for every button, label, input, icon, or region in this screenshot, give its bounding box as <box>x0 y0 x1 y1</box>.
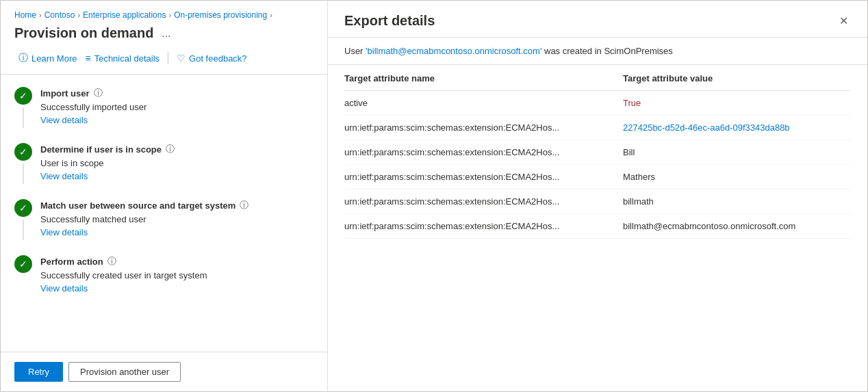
info-circle-icon: ⓘ <box>18 52 28 64</box>
step-scope: ✓ Determine if user is in scope ⓘ User i… <box>14 142 314 184</box>
step-3-icon-col: ✓ <box>14 198 32 240</box>
col2-header: Target attribute value <box>623 65 851 91</box>
technical-details-label: Technical details <box>94 53 159 64</box>
attr-value-0: True <box>623 91 851 116</box>
attr-value-2: Bill <box>623 140 851 165</box>
step-3-info-icon[interactable]: ⓘ <box>240 199 248 211</box>
table-row: urn:ietf:params:scim:schemas:extension:E… <box>344 140 851 165</box>
close-button[interactable]: ✕ <box>837 13 851 29</box>
attr-name-3: urn:ietf:params:scim:schemas:extension:E… <box>344 165 623 190</box>
step-4-info-icon[interactable]: ⓘ <box>107 255 116 267</box>
step-3-view-details[interactable]: View details <box>40 227 88 237</box>
status-user: 'billmath@ecmabmcontoso.onmicrosoft.com' <box>366 46 541 56</box>
left-panel: Home › Contoso › Enterprise applications… <box>1 1 328 391</box>
step-4-desc: Successfully created user in target syst… <box>40 270 314 280</box>
breadcrumb-sep-2: › <box>77 11 80 19</box>
step-match: ✓ Match user between source and target s… <box>14 198 314 240</box>
breadcrumb-contoso[interactable]: Contoso <box>44 10 75 20</box>
step-1-line <box>23 107 24 128</box>
step-2-desc: User is in scope <box>40 158 314 168</box>
step-action: ✓ Perform action ⓘ Successfully created … <box>14 254 314 293</box>
list-icon: ≡ <box>85 53 90 64</box>
table-row: activeTrue <box>344 91 851 116</box>
got-feedback-label: Got feedback? <box>189 53 247 64</box>
attr-value-1: 227425bc-d52d-46ec-aa6d-09f3343da88b <box>623 116 851 140</box>
table-header-row: Target attribute name Target attribute v… <box>344 65 851 91</box>
step-1-desc: Successfully imported user <box>40 102 314 112</box>
breadcrumb-home[interactable]: Home <box>14 10 36 20</box>
step-1-content: Import user ⓘ Successfully imported user… <box>40 86 314 125</box>
attr-name-4: urn:ietf:params:scim:schemas:extension:E… <box>344 190 623 214</box>
toolbar: ⓘ Learn More ≡ Technical details ♡ Got f… <box>1 49 327 75</box>
breadcrumb-sep-1: › <box>39 11 42 19</box>
step-1-view-details[interactable]: View details <box>40 115 88 125</box>
table-row: urn:ietf:params:scim:schemas:extension:E… <box>344 214 851 239</box>
col1-header: Target attribute name <box>344 65 623 91</box>
right-panel: Export details ✕ User 'billmath@ecmabmco… <box>328 1 867 391</box>
right-header: Export details ✕ <box>328 1 867 38</box>
export-status: User 'billmath@ecmabmcontoso.onmicrosoft… <box>328 38 867 65</box>
step-2-check: ✓ <box>14 143 32 161</box>
step-2-title-row: Determine if user is in scope ⓘ <box>40 143 314 155</box>
step-4-title: Perform action <box>40 257 103 267</box>
step-3-title: Match user between source and target sys… <box>40 200 235 211</box>
step-2-info-icon[interactable]: ⓘ <box>166 143 175 155</box>
step-2-icon-col: ✓ <box>14 142 32 184</box>
breadcrumb-sep-3: › <box>168 11 171 19</box>
export-details-title: Export details <box>344 13 435 29</box>
bottom-buttons: Retry Provision another user <box>1 352 327 391</box>
page-title-row: Provision on demand ... <box>1 23 327 49</box>
attr-name-2: urn:ietf:params:scim:schemas:extension:E… <box>344 140 623 165</box>
step-3-desc: Successfully matched user <box>40 214 314 224</box>
learn-more-link[interactable]: ⓘ Learn More <box>14 49 81 67</box>
breadcrumb: Home › Contoso › Enterprise applications… <box>1 1 327 23</box>
table-container: Target attribute name Target attribute v… <box>328 65 867 391</box>
attr-value-4: billmath <box>623 190 851 214</box>
table-row: urn:ietf:params:scim:schemas:extension:E… <box>344 165 851 190</box>
attr-name-1: urn:ietf:params:scim:schemas:extension:E… <box>344 116 623 140</box>
page-title: Provision on demand <box>14 25 153 41</box>
got-feedback-link[interactable]: ♡ Got feedback? <box>173 50 251 66</box>
attr-name-0: active <box>344 91 623 116</box>
attr-table: Target attribute name Target attribute v… <box>344 65 851 239</box>
step-3-line <box>23 220 24 240</box>
step-2-line <box>23 164 24 184</box>
provision-another-button[interactable]: Provision another user <box>68 362 181 382</box>
step-1-icon-col: ✓ <box>14 86 32 128</box>
steps-area: ✓ Import user ⓘ Successfully imported us… <box>1 75 327 352</box>
ellipsis-button[interactable]: ... <box>159 26 173 41</box>
table-row: urn:ietf:params:scim:schemas:extension:E… <box>344 116 851 140</box>
step-1-title-row: Import user ⓘ <box>40 87 314 99</box>
attr-value-3: Mathers <box>623 165 851 190</box>
step-2-title: Determine if user is in scope <box>40 144 162 155</box>
step-2-content: Determine if user is in scope ⓘ User is … <box>40 142 314 181</box>
step-3-title-row: Match user between source and target sys… <box>40 199 314 211</box>
step-1-info-icon[interactable]: ⓘ <box>94 87 103 99</box>
attr-value-5: billmath@ecmabmcontoso.onmicrosoft.com <box>623 214 851 239</box>
step-4-content: Perform action ⓘ Successfully created us… <box>40 254 314 293</box>
step-import-user: ✓ Import user ⓘ Successfully imported us… <box>14 86 314 128</box>
breadcrumb-sep-4: › <box>270 11 272 19</box>
step-4-icon-col: ✓ <box>14 254 32 273</box>
retry-button[interactable]: Retry <box>14 362 63 382</box>
step-1-check: ✓ <box>14 87 32 105</box>
heart-icon: ♡ <box>177 53 186 64</box>
breadcrumb-onprem[interactable]: On-premises provisioning <box>174 10 267 20</box>
step-2-view-details[interactable]: View details <box>40 171 88 181</box>
status-suffix: was created in ScimOnPremises <box>541 46 672 56</box>
step-3-check: ✓ <box>14 199 32 217</box>
step-3-content: Match user between source and target sys… <box>40 198 314 237</box>
technical-details-link[interactable]: ≡ Technical details <box>81 50 164 66</box>
step-1-title: Import user <box>40 88 90 99</box>
breadcrumb-enterprise[interactable]: Enterprise applications <box>83 10 166 20</box>
step-4-check: ✓ <box>14 255 32 273</box>
toolbar-divider <box>168 52 168 64</box>
attr-name-5: urn:ietf:params:scim:schemas:extension:E… <box>344 214 623 239</box>
table-row: urn:ietf:params:scim:schemas:extension:E… <box>344 190 851 214</box>
status-prefix: User <box>344 46 366 56</box>
step-4-view-details[interactable]: View details <box>40 283 88 293</box>
learn-more-label: Learn More <box>31 53 77 64</box>
step-4-title-row: Perform action ⓘ <box>40 255 314 267</box>
